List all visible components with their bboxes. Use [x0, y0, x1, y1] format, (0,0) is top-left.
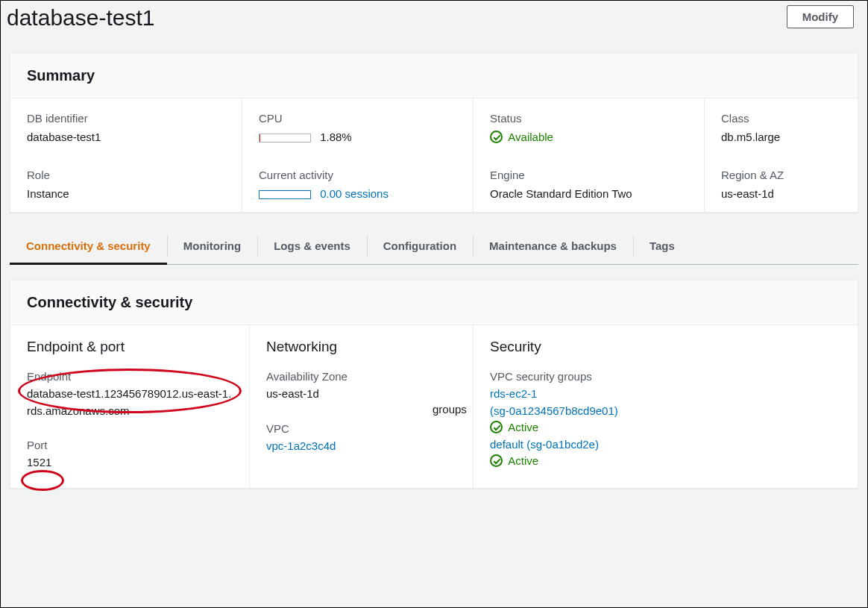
- value-db-identifier: database-test1: [27, 131, 225, 143]
- cpu-bar: [259, 134, 311, 142]
- sg2-status: Active: [508, 454, 538, 467]
- tab-configuration[interactable]: Configuration: [367, 228, 473, 264]
- label-role: Role: [27, 169, 225, 181]
- sg1-name-link[interactable]: rds-ec2-1: [490, 387, 537, 400]
- value-engine: Oracle Standard Edition Two: [490, 187, 688, 200]
- sessions-link[interactable]: 0.00 sessions: [320, 187, 389, 200]
- value-cpu: 1.88%: [259, 131, 456, 143]
- label-engine: Engine: [490, 169, 688, 181]
- sg1-id-link[interactable]: (sg-0a1234567b8cd9e01): [490, 404, 618, 417]
- summary-heading: Summary: [27, 67, 841, 84]
- tab-logs-events[interactable]: Logs & events: [257, 228, 367, 264]
- label-class: Class: [721, 112, 841, 125]
- vpc-link[interactable]: vpc-1a2c3c4d: [266, 439, 336, 452]
- label-cpu: CPU: [259, 112, 456, 125]
- label-endpoint: Endpoint: [27, 370, 233, 383]
- check-circle-icon: [490, 454, 503, 467]
- value-region-az: us-east-1d: [721, 187, 841, 200]
- label-region-az: Region & AZ: [721, 169, 841, 181]
- value-endpoint: database-test1.123456789012.us-east-1.rd…: [27, 386, 233, 419]
- page-title: database-test1: [7, 5, 154, 31]
- cpu-text: 1.88%: [320, 131, 352, 143]
- label-vpc: VPC: [266, 422, 456, 435]
- connectivity-heading: Connectivity & security: [27, 294, 841, 311]
- sg2-name-link[interactable]: default (sg-0a1bcd2e): [490, 438, 599, 451]
- label-az: Availability Zone: [266, 370, 456, 383]
- label-activity: Current activity: [259, 169, 456, 181]
- tab-maintenance-backups[interactable]: Maintenance & backups: [473, 228, 633, 264]
- value-role: Instance: [27, 187, 225, 200]
- label-port: Port: [27, 439, 233, 451]
- status-text: Available: [508, 131, 553, 143]
- sessions-bar: [259, 190, 311, 199]
- tab-bar: Connectivity & security Monitoring Logs …: [10, 228, 858, 265]
- check-circle-icon: [490, 131, 503, 143]
- annotation-circle-port: [21, 470, 64, 491]
- modify-button[interactable]: Modify: [787, 5, 854, 28]
- sg1-status: Active: [508, 421, 538, 433]
- stray-text-groups: groups: [433, 403, 467, 416]
- label-db-identifier: DB identifier: [27, 112, 225, 125]
- label-sg: VPC security groups: [490, 370, 841, 383]
- connectivity-panel: Connectivity & security Endpoint & port …: [10, 280, 858, 489]
- value-port: 1521: [27, 454, 233, 471]
- summary-panel: Summary DB identifier database-test1 CPU…: [10, 53, 858, 213]
- tab-monitoring[interactable]: Monitoring: [167, 228, 257, 264]
- value-activity: 0.00 sessions: [259, 187, 456, 200]
- value-status: Available: [490, 131, 688, 143]
- label-status: Status: [490, 112, 688, 125]
- value-class: db.m5.large: [721, 131, 841, 143]
- networking-heading: Networking: [266, 339, 456, 355]
- value-az: us-east-1d: [266, 386, 456, 403]
- tab-tags[interactable]: Tags: [633, 228, 691, 264]
- endpoint-port-heading: Endpoint & port: [27, 339, 233, 355]
- security-heading: Security: [490, 339, 841, 355]
- tab-connectivity-security[interactable]: Connectivity & security: [10, 228, 167, 264]
- check-circle-icon: [490, 421, 503, 433]
